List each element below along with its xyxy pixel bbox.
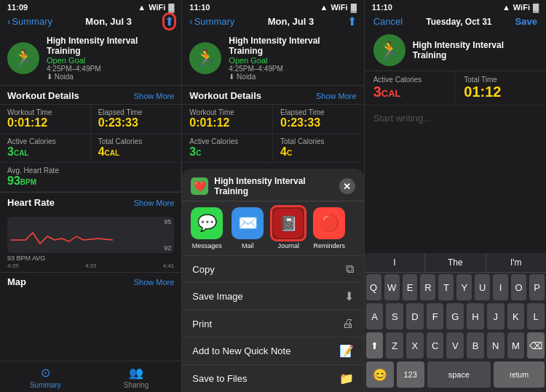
- share-action-save-image[interactable]: Save Image ⬇: [182, 282, 363, 310]
- suggestion-the[interactable]: The: [425, 253, 486, 272]
- key-a[interactable]: A: [366, 303, 384, 329]
- key-x[interactable]: X: [406, 332, 424, 359]
- share-button-1[interactable]: ⬆: [165, 15, 174, 28]
- key-e[interactable]: E: [403, 274, 418, 300]
- key-s[interactable]: S: [386, 303, 403, 329]
- hr-wave-svg: [11, 225, 157, 247]
- journal-workout-title: High Intensity Interval Training: [413, 40, 537, 60]
- signal-icon-2: ▲: [320, 3, 328, 12]
- cancel-button[interactable]: Cancel: [373, 16, 403, 27]
- shift-key[interactable]: ⬆: [366, 332, 384, 359]
- panel-1: 11:09 ▲ WiFi ▓ ‹ Summary Mon, Jul 3 ⬆ 🏃 …: [0, 0, 181, 392]
- journal-workout-avatar: 🏃: [373, 34, 405, 66]
- journal-icon: 📓: [272, 207, 304, 239]
- tab-sharing-1[interactable]: 👥 Sharing: [91, 361, 182, 392]
- heart-section-1: 95 92 93 BPM AVG 4:25 4:33 4:41: [0, 211, 181, 272]
- save-image-icon: ⬇: [344, 289, 354, 303]
- key-w[interactable]: W: [384, 274, 400, 300]
- key-q[interactable]: Q: [366, 274, 381, 300]
- key-y[interactable]: Y: [456, 274, 472, 300]
- share-button-2[interactable]: ⬆: [347, 15, 357, 28]
- share-action-quick-note[interactable]: Add to New Quick Note 📝: [182, 337, 363, 364]
- stats-grid-1: Workout Time 0:01:12 Elapsed Time 0:23:3…: [0, 104, 181, 192]
- share-app-messages[interactable]: 💬 Messages: [186, 207, 227, 249]
- suggestion-i[interactable]: I: [365, 253, 425, 272]
- map-show-more-1[interactable]: Show More: [134, 278, 175, 287]
- key-h[interactable]: H: [467, 303, 484, 329]
- back-button-2[interactable]: ‹ Summary: [189, 16, 234, 27]
- key-z[interactable]: Z: [386, 332, 403, 359]
- nav-bar-1: ‹ Summary Mon, Jul 3 ⬆: [0, 13, 181, 31]
- stat-total-cal-2: Total Calories 4C: [273, 134, 364, 163]
- emoji-key[interactable]: 😊: [366, 361, 394, 388]
- show-more-2[interactable]: Show More: [316, 92, 357, 100]
- key-o[interactable]: O: [511, 274, 526, 300]
- share-app-reminders[interactable]: 🔴 Reminders: [309, 207, 349, 249]
- show-more-1[interactable]: Show More: [134, 92, 175, 100]
- key-p[interactable]: P: [529, 274, 545, 300]
- workout-loc-2: ⬇ Noida: [229, 73, 356, 81]
- battery-icon-2: ▓: [351, 3, 357, 12]
- share-sheet: ❤️ High Intensity Interval Training ✕ 💬 …: [182, 169, 363, 392]
- share-apps-row: 💬 Messages ✉️ Mail 📓 Journal 🔴 Reminders: [182, 201, 363, 255]
- share-action-print[interactable]: Print 🖨: [182, 310, 363, 337]
- key-r[interactable]: R: [420, 274, 435, 300]
- save-button[interactable]: Save: [515, 16, 537, 27]
- workout-time-2: 4:25PM–4:49PM: [229, 65, 356, 73]
- workout-details-title-1: Workout Details: [7, 90, 79, 101]
- stat-active-cal-2: Active Calories 3C: [182, 134, 273, 163]
- share-close-button[interactable]: ✕: [339, 178, 355, 194]
- chevron-left-icon: ‹: [7, 16, 10, 27]
- delete-key[interactable]: ⌫: [527, 332, 545, 359]
- back-button-1[interactable]: ‹ Summary: [7, 16, 52, 27]
- battery-icon-3: ▓: [533, 3, 539, 12]
- journal-write-area[interactable]: Start writing...: [365, 105, 546, 253]
- share-app-mail[interactable]: ✉️ Mail: [227, 207, 268, 249]
- key-t[interactable]: T: [438, 274, 454, 300]
- key-l[interactable]: L: [527, 303, 545, 329]
- key-g[interactable]: G: [446, 303, 464, 329]
- suggestion-im[interactable]: I'm: [486, 253, 546, 272]
- key-i[interactable]: I: [493, 274, 508, 300]
- share-action-copy[interactable]: Copy ⧉: [182, 255, 363, 282]
- wifi-icon: WiFi: [149, 3, 165, 12]
- key-j[interactable]: J: [487, 303, 505, 329]
- tab-summary-1[interactable]: ⊙ Summary: [0, 361, 91, 392]
- heart-rate-title-1: Heart Rate: [7, 197, 55, 208]
- key-v[interactable]: V: [446, 332, 464, 359]
- key-n[interactable]: N: [487, 332, 505, 359]
- journal-workout-info: High Intensity Interval Training: [413, 40, 537, 60]
- stat-workout-time-2: Workout Time 0:01:12: [182, 105, 273, 134]
- key-c[interactable]: C: [427, 332, 444, 359]
- tab-summary-label-1: Summary: [30, 381, 61, 389]
- key-row-3: ⬆ Z X C V B N M ⌫: [366, 332, 545, 359]
- space-key[interactable]: space: [427, 361, 491, 388]
- return-key[interactable]: return: [494, 361, 545, 388]
- key-b[interactable]: B: [467, 332, 484, 359]
- write-placeholder: Start writing...: [373, 113, 431, 124]
- status-icons-1: ▲ WiFi ▓: [138, 3, 174, 12]
- status-bar-2: 11:10 ▲ WiFi ▓: [182, 0, 363, 13]
- key-k[interactable]: K: [507, 303, 525, 329]
- wifi-icon-2: WiFi: [331, 3, 348, 12]
- key-u[interactable]: U: [475, 274, 490, 300]
- journal-stat-calories: Active Calories 3CAL: [365, 71, 456, 105]
- print-icon: 🖨: [342, 317, 354, 330]
- key-m[interactable]: M: [507, 332, 525, 359]
- workout-info-2: High Intensity Interval Training Open Go…: [229, 36, 356, 81]
- key-d[interactable]: D: [406, 303, 424, 329]
- share-action-save-files[interactable]: Save to Files 📁: [182, 364, 363, 392]
- numbers-key[interactable]: 123: [397, 361, 424, 388]
- copy-icon: ⧉: [346, 263, 354, 276]
- stats-grid-2: Workout Time 0:01:12 Elapsed Time 0:23:3…: [182, 104, 363, 163]
- map-title-1: Map: [7, 276, 26, 287]
- hr-show-more-1[interactable]: Show More: [134, 199, 175, 207]
- workout-card-1: 🏃 High Intensity Interval Training Open …: [0, 31, 181, 85]
- stat-elapsed-time: Elapsed Time 0:23:33: [91, 105, 182, 134]
- share-app-journal[interactable]: 📓 Journal: [268, 207, 309, 249]
- sharing-icon: 👥: [129, 366, 143, 380]
- key-f[interactable]: F: [427, 303, 444, 329]
- share-app-icon: ❤️: [191, 177, 208, 195]
- workout-card-2: 🏃 High Intensity Interval Training Open …: [182, 31, 363, 85]
- stat-heart-rate: Avg. Heart Rate 93BPM: [0, 163, 181, 192]
